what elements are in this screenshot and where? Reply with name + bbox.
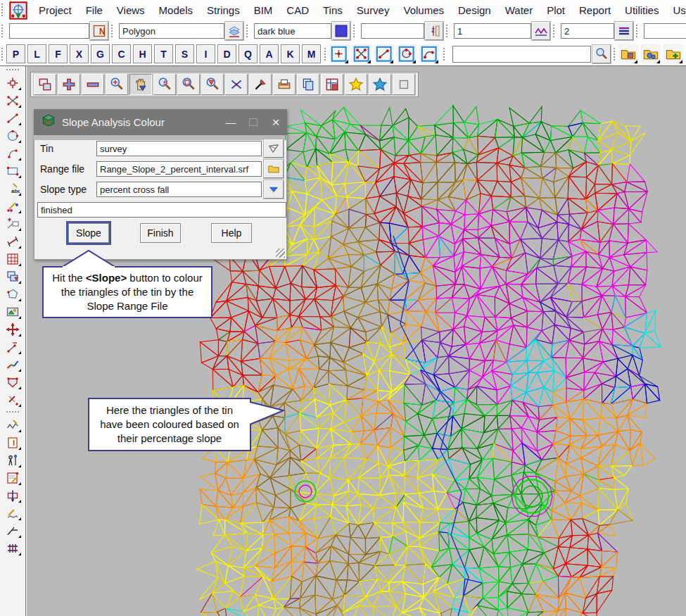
cascade-windows-button[interactable]: [34, 74, 56, 95]
folder-gears-button[interactable]: [641, 44, 661, 64]
menu-project[interactable]: Project: [32, 4, 79, 16]
favourite-yellow-star-button[interactable]: [345, 74, 367, 95]
function-button-s[interactable]: S: [175, 44, 194, 63]
zoom-extents-button[interactable]: [106, 74, 128, 95]
measure-tool[interactable]: [3, 232, 23, 250]
function-button-m[interactable]: M: [302, 44, 321, 63]
snap-cross-button[interactable]: [352, 44, 371, 64]
interface-tool[interactable]: I: [3, 434, 23, 451]
snap-line-button[interactable]: [374, 44, 394, 64]
function-button-t[interactable]: T: [154, 44, 173, 63]
snap-point-button[interactable]: [329, 44, 349, 64]
menu-design[interactable]: Design: [451, 4, 498, 16]
tin-picker-button[interactable]: [264, 139, 284, 158]
zoom-all-button[interactable]: [177, 74, 200, 95]
text-tool[interactable]: abc: [3, 180, 23, 197]
railway-tool[interactable]: [3, 539, 23, 557]
search-input[interactable]: [452, 46, 591, 63]
menu-water[interactable]: Water: [498, 4, 540, 16]
menu-tins[interactable]: Tins: [316, 4, 350, 16]
survey-tool[interactable]: [3, 451, 23, 469]
tinable-input[interactable]: [644, 23, 686, 39]
dialog-input-tin[interactable]: [96, 141, 262, 156]
toolbar-drag-handle[interactable]: [1, 25, 4, 37]
name-input[interactable]: [9, 23, 89, 39]
menu-file[interactable]: File: [79, 4, 110, 16]
menu-user[interactable]: User: [666, 4, 686, 16]
dropdown-picker-button[interactable]: [264, 180, 284, 199]
toolbar-drag-handle[interactable]: [6, 69, 19, 72]
toolbar-drag-handle[interactable]: [1, 48, 4, 61]
minimise-view-button[interactable]: [82, 74, 104, 95]
line-tool[interactable]: [3, 109, 23, 127]
dialog-input-range-file[interactable]: [96, 161, 262, 177]
function-button-x[interactable]: X: [70, 44, 89, 63]
arc-tool[interactable]: [3, 144, 23, 162]
menu-volumes[interactable]: Volumes: [396, 4, 451, 16]
folder-picker-button[interactable]: [264, 160, 284, 178]
menu-cad[interactable]: CAD: [279, 4, 316, 16]
dialog-titlebar[interactable]: 12 Slope Analysis Colour — ×: [34, 109, 287, 135]
add-view-button[interactable]: [58, 74, 80, 95]
linestyle-button[interactable]: [615, 22, 633, 40]
intersection-tool[interactable]: [3, 92, 23, 109]
function-button-l[interactable]: L: [27, 44, 46, 63]
redraw-button[interactable]: [249, 74, 272, 95]
function-button-a[interactable]: A: [260, 44, 279, 63]
menu-plot[interactable]: Plot: [540, 4, 572, 16]
snap-arc-button[interactable]: [419, 44, 439, 64]
resize-grip[interactable]: [276, 249, 285, 258]
function-button-i[interactable]: I: [196, 44, 215, 63]
function-button-q[interactable]: Q: [239, 44, 258, 63]
traverse-tool[interactable]: [3, 338, 23, 356]
pan-button[interactable]: [129, 74, 152, 95]
finish-button[interactable]: Finish: [140, 223, 181, 243]
move-tool[interactable]: [3, 320, 23, 338]
function-button-c[interactable]: C: [112, 44, 131, 63]
folder-plus-button[interactable]: [663, 44, 683, 64]
regenerate-button[interactable]: [225, 74, 248, 95]
shield-tool[interactable]: [3, 373, 23, 391]
copy-view-button[interactable]: [297, 74, 319, 95]
edit-points-tool[interactable]: [3, 197, 23, 215]
menu-report[interactable]: Report: [572, 4, 618, 16]
zoom-button[interactable]: ±: [153, 74, 176, 95]
function-button-f[interactable]: F: [49, 44, 68, 63]
circle-tool[interactable]: [3, 127, 23, 144]
menu-models[interactable]: Models: [152, 4, 200, 16]
snap-circle-button[interactable]: [397, 44, 417, 64]
freehand-tool[interactable]: [3, 416, 23, 434]
function-button-k[interactable]: K: [281, 44, 300, 63]
sketch-tool[interactable]: [3, 504, 23, 522]
menu-strings[interactable]: Strings: [200, 4, 247, 16]
slope-button[interactable]: Slope: [68, 223, 109, 243]
grid-tool[interactable]: [3, 250, 23, 268]
colour-input[interactable]: [254, 23, 331, 39]
menu-utilities[interactable]: Utilities: [618, 4, 666, 16]
toolbar-drag-handle[interactable]: [6, 411, 19, 414]
function-button-p[interactable]: P: [6, 44, 25, 63]
colour-swatch-button[interactable]: [332, 22, 350, 40]
colour-line-tool[interactable]: [3, 356, 23, 373]
plot-button[interactable]: [273, 74, 296, 95]
image-tool[interactable]: [3, 303, 23, 320]
menu-survey[interactable]: Survey: [350, 4, 397, 16]
function-button-d[interactable]: D: [217, 44, 236, 63]
template-input[interactable]: [119, 23, 224, 39]
toolbar-drag-handle[interactable]: [1, 4, 4, 16]
layers-button[interactable]: [225, 22, 243, 40]
z-height-button[interactable]: z: [425, 22, 443, 40]
name-box-button[interactable]: N: [90, 22, 108, 40]
height-input[interactable]: [361, 23, 424, 39]
notepad-tool[interactable]: [3, 469, 23, 486]
dialog-input-slope-type[interactable]: [96, 182, 262, 197]
menu-views[interactable]: Views: [110, 4, 152, 16]
search-button[interactable]: [592, 45, 611, 63]
zoom-previous-button[interactable]: [201, 74, 224, 95]
delete-point-tool[interactable]: [3, 391, 23, 408]
close-button[interactable]: ×: [265, 112, 287, 133]
breakline-button[interactable]: [532, 22, 550, 40]
layout-button[interactable]: [393, 74, 415, 95]
rectangle-tool[interactable]: [3, 162, 23, 180]
node-box-tool[interactable]: [3, 215, 23, 232]
